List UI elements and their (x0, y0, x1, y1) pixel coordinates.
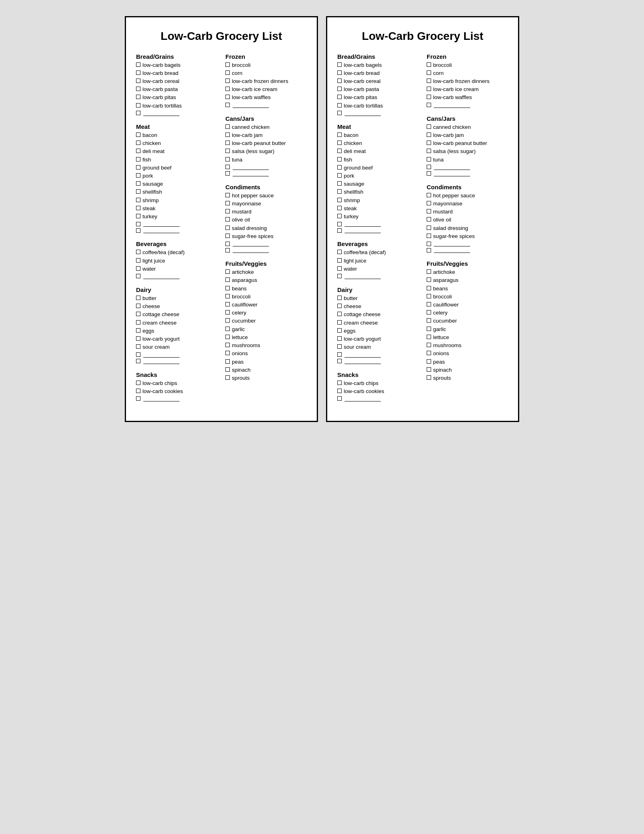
list-item[interactable]: low-carb ice cream (427, 86, 508, 93)
checkbox-icon[interactable] (337, 157, 342, 161)
checkbox-icon[interactable] (136, 274, 140, 278)
blank-item[interactable] (136, 228, 217, 233)
list-item[interactable]: low-carb peanut butter (427, 140, 508, 147)
list-item[interactable]: cheese (136, 303, 217, 310)
checkbox-icon[interactable] (225, 302, 230, 306)
list-item[interactable]: light juice (136, 257, 217, 265)
checkbox-icon[interactable] (337, 70, 342, 75)
checkbox-icon[interactable] (136, 222, 140, 226)
list-item[interactable]: cottage cheese (136, 311, 217, 318)
checkbox-icon[interactable] (337, 312, 342, 316)
list-item[interactable]: shrimp (337, 197, 419, 204)
checkbox-icon[interactable] (136, 336, 140, 341)
checkbox-icon[interactable] (225, 193, 230, 197)
list-item[interactable]: sour cream (136, 344, 217, 351)
checkbox-icon[interactable] (136, 198, 140, 202)
checkbox-icon[interactable] (427, 87, 431, 91)
blank-item[interactable] (337, 228, 419, 233)
list-item[interactable]: low-carb waffles (225, 94, 307, 101)
blank-item[interactable] (337, 110, 419, 116)
list-item[interactable]: salad dressing (225, 225, 307, 232)
checkbox-icon[interactable] (427, 335, 431, 339)
list-item[interactable]: spinach (225, 366, 307, 374)
blank-item[interactable] (225, 102, 307, 108)
checkbox-icon[interactable] (136, 320, 140, 325)
checkbox-icon[interactable] (337, 173, 342, 178)
checkbox-icon[interactable] (225, 277, 230, 282)
checkbox-icon[interactable] (427, 226, 431, 230)
blank-item[interactable] (136, 221, 217, 227)
list-item[interactable]: mayonnaise (225, 200, 307, 207)
checkbox-icon[interactable] (337, 103, 342, 108)
checkbox-icon[interactable] (337, 181, 342, 186)
checkbox-icon[interactable] (225, 157, 230, 161)
blank-item[interactable] (427, 171, 508, 176)
checkbox-icon[interactable] (337, 344, 342, 349)
list-item[interactable]: broccoli (225, 293, 307, 300)
checkbox-icon[interactable] (337, 87, 342, 91)
checkbox-icon[interactable] (427, 201, 431, 205)
checkbox-icon[interactable] (337, 352, 342, 357)
list-item[interactable]: beans (225, 285, 307, 292)
list-item[interactable]: low-carb yogurt (136, 335, 217, 343)
blank-item[interactable] (136, 110, 217, 116)
checkbox-icon[interactable] (225, 95, 230, 99)
checkbox-icon[interactable] (225, 351, 230, 355)
checkbox-icon[interactable] (136, 149, 140, 153)
checkbox-icon[interactable] (225, 217, 230, 221)
checkbox-icon[interactable] (136, 173, 140, 178)
list-item[interactable]: bacon (337, 132, 419, 139)
list-item[interactable]: beans (427, 285, 508, 292)
checkbox-icon[interactable] (427, 62, 431, 67)
list-item[interactable]: mushrooms (225, 342, 307, 349)
checkbox-icon[interactable] (427, 141, 431, 145)
checkbox-icon[interactable] (337, 214, 342, 218)
checkbox-icon[interactable] (136, 181, 140, 186)
blank-item[interactable] (337, 273, 419, 279)
checkbox-icon[interactable] (337, 328, 342, 333)
checkbox-icon[interactable] (337, 336, 342, 341)
checkbox-icon[interactable] (225, 79, 230, 83)
list-item[interactable]: coffee/tea (decaf) (136, 249, 217, 256)
checkbox-icon[interactable] (337, 266, 342, 271)
checkbox-icon[interactable] (136, 258, 140, 263)
list-item[interactable]: low-carb jam (225, 132, 307, 139)
list-item[interactable]: low-carb tortillas (136, 102, 217, 110)
blank-item[interactable] (225, 171, 307, 176)
checkbox-icon[interactable] (427, 157, 431, 161)
blank-item[interactable] (136, 396, 217, 401)
list-item[interactable]: celery (427, 309, 508, 317)
list-item[interactable]: cream cheese (337, 319, 419, 327)
list-item[interactable]: asparagus (427, 277, 508, 284)
list-item[interactable]: sausage (337, 180, 419, 188)
checkbox-icon[interactable] (136, 111, 140, 115)
checkbox-icon[interactable] (337, 274, 342, 278)
list-item[interactable]: olive oil (225, 216, 307, 224)
list-item[interactable]: sausage (136, 180, 217, 188)
checkbox-icon[interactable] (337, 198, 342, 202)
checkbox-icon[interactable] (225, 165, 230, 169)
list-item[interactable]: turkey (136, 213, 217, 220)
checkbox-icon[interactable] (337, 320, 342, 325)
blank-item[interactable] (427, 102, 508, 108)
list-item[interactable]: steak (136, 205, 217, 212)
list-item[interactable]: ground beef (136, 164, 217, 172)
checkbox-icon[interactable] (136, 141, 140, 145)
checkbox-icon[interactable] (337, 95, 342, 99)
checkbox-icon[interactable] (337, 141, 342, 145)
checkbox-icon[interactable] (427, 343, 431, 347)
checkbox-icon[interactable] (136, 79, 140, 83)
checkbox-icon[interactable] (337, 304, 342, 308)
checkbox-icon[interactable] (136, 70, 140, 75)
checkbox-icon[interactable] (337, 359, 342, 363)
list-item[interactable]: low-carb peanut butter (225, 140, 307, 147)
list-item[interactable]: onions (225, 350, 307, 357)
blank-item[interactable] (136, 352, 217, 358)
checkbox-icon[interactable] (225, 248, 230, 252)
list-item[interactable]: tuna (225, 156, 307, 163)
checkbox-icon[interactable] (225, 62, 230, 67)
list-item[interactable]: hot pepper sauce (427, 192, 508, 199)
checkbox-icon[interactable] (225, 327, 230, 331)
checkbox-icon[interactable] (427, 149, 431, 153)
list-item[interactable]: low-carb chips (136, 380, 217, 387)
